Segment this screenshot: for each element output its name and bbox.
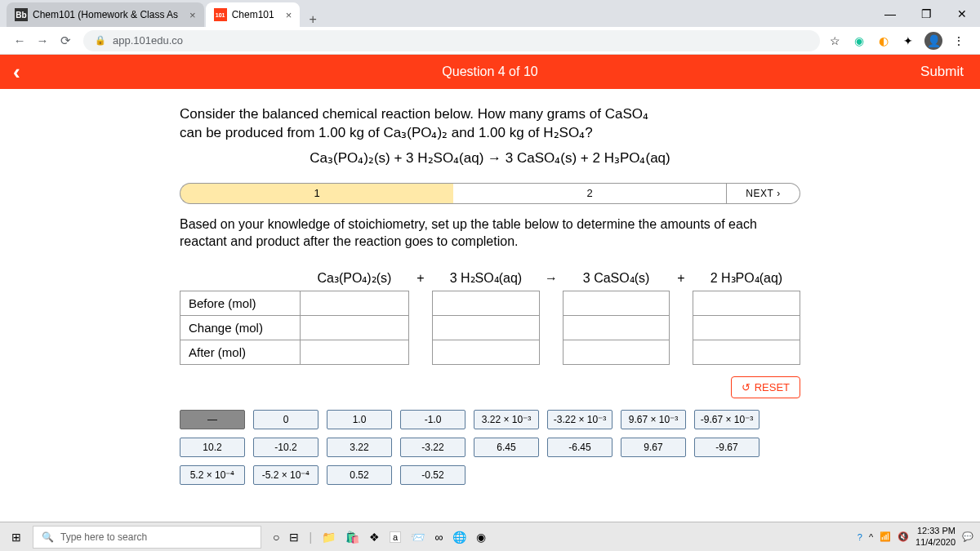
edge-icon[interactable]: 🌐	[452, 531, 466, 544]
tile[interactable]: 1.0	[327, 410, 392, 429]
app-icon[interactable]: a	[390, 531, 401, 543]
clock[interactable]: 12:33 PM 11/4/2020	[915, 526, 956, 547]
drop-target[interactable]	[693, 291, 800, 316]
tile[interactable]: -10.2	[253, 438, 318, 457]
tile[interactable]: -3.22 × 10⁻³	[547, 410, 612, 429]
mail-icon[interactable]: 📨	[411, 531, 425, 544]
tile[interactable]: 0.52	[327, 465, 392, 485]
browser-tab-bb[interactable]: Bb Chem101 (Homework & Class As ×	[7, 2, 204, 27]
tile[interactable]: 10.2	[180, 438, 245, 457]
back-chevron-icon[interactable]: ‹	[13, 60, 20, 85]
wifi-icon[interactable]: 📶	[880, 531, 891, 542]
tab-title: Chem101 (Homework & Class As	[33, 9, 178, 20]
dropbox-icon[interactable]: ❖	[369, 531, 380, 544]
tile[interactable]: -3.22	[400, 438, 466, 457]
drop-target[interactable]	[432, 340, 539, 365]
tile[interactable]: 0	[253, 410, 318, 429]
volume-icon[interactable]: 🔇	[898, 531, 909, 542]
divider: |	[309, 531, 312, 544]
puzzle-icon[interactable]: ✦	[900, 34, 916, 47]
close-icon[interactable]: ×	[286, 9, 292, 21]
tile[interactable]: 3.22 × 10⁻³	[474, 410, 539, 429]
file-explorer-icon[interactable]: 📁	[322, 531, 336, 544]
notifications-icon[interactable]: 💬	[962, 531, 973, 542]
drop-target[interactable]	[432, 291, 539, 316]
col-header: 3 H₂SO₄(aq)	[432, 265, 539, 291]
tile[interactable]: 6.45	[474, 438, 539, 457]
tile[interactable]: 9.67 × 10⁻³	[621, 410, 686, 429]
search-icon: 🔍	[42, 531, 54, 543]
tile[interactable]: -9.67 × 10⁻³	[694, 410, 760, 429]
windows-taskbar: ⊞ 🔍 Type here to search ○ ⊟ | 📁 🛍️ ❖ a 📨…	[0, 522, 980, 551]
minimize-button[interactable]: —	[872, 7, 908, 20]
col-header: 3 CaSO₄(s)	[564, 265, 670, 291]
store-icon[interactable]: 🛍️	[345, 531, 359, 544]
row-label: Before (mol)	[180, 291, 301, 316]
col-header: 2 H₃PO₄(aq)	[693, 265, 800, 291]
bb-icon: Bb	[15, 8, 28, 21]
chevron-right-icon: ›	[777, 188, 781, 199]
step-instructions: Based on your knowledge of stoichiometry…	[180, 216, 800, 251]
next-button[interactable]: NEXT ›	[727, 183, 800, 204]
profile-icon[interactable]: 👤	[924, 32, 942, 50]
back-button[interactable]: ←	[8, 33, 31, 47]
taskbar-search[interactable]: 🔍 Type here to search	[33, 526, 261, 549]
tile[interactable]: -9.67	[694, 438, 760, 457]
drop-target[interactable]	[564, 291, 670, 316]
reset-button[interactable]: ↺ RESET	[731, 376, 800, 398]
close-window-button[interactable]: ✕	[944, 7, 980, 20]
drop-target[interactable]	[300, 291, 409, 316]
drop-target[interactable]	[300, 340, 409, 365]
url-text: app.101edu.co	[113, 34, 183, 47]
lock-icon: 🔒	[95, 35, 106, 46]
col-header: Ca₃(PO₄)₂(s)	[300, 265, 409, 291]
tile[interactable]: 9.67	[621, 438, 686, 457]
chevron-up-icon[interactable]: ^	[869, 532, 873, 542]
tile[interactable]: 5.2 × 10⁻⁴	[180, 465, 245, 485]
step-1[interactable]: 1	[180, 183, 453, 204]
tile[interactable]: -6.45	[547, 438, 612, 457]
ice-table: Ca₃(PO₄)₂(s) + 3 H₂SO₄(aq) → 3 CaSO₄(s) …	[180, 265, 800, 365]
row-label: Change (mol)	[180, 316, 301, 340]
help-icon[interactable]: ?	[858, 532, 862, 542]
menu-icon[interactable]: ⋮	[951, 34, 967, 47]
drop-target[interactable]	[564, 340, 670, 365]
tab-title: Chem101	[232, 9, 274, 20]
close-icon[interactable]: ×	[189, 9, 196, 21]
chrome-icon[interactable]: ◉	[476, 531, 486, 544]
row-label: After (mol)	[180, 340, 301, 365]
task-view-icon[interactable]: ⊟	[289, 531, 299, 544]
grammarly-icon[interactable]: ◉	[851, 34, 867, 47]
drop-target[interactable]	[432, 316, 539, 340]
maximize-button[interactable]: ❐	[908, 7, 944, 20]
question-text: Consider the balanced chemical reaction …	[180, 105, 800, 143]
question-counter: Question 4 of 10	[442, 64, 537, 79]
step-2[interactable]: 2	[453, 183, 727, 204]
tile[interactable]: 3.22	[327, 438, 392, 457]
tile[interactable]: -1.0	[400, 410, 466, 429]
drop-target[interactable]	[693, 340, 800, 365]
chemical-equation: Ca₃(PO₄)₂(s) + 3 H₂SO₄(aq) → 3 CaSO₄(s) …	[180, 149, 800, 167]
infinity-icon[interactable]: ∞	[434, 531, 443, 544]
reload-button[interactable]: ⟳	[54, 33, 77, 48]
browser-tab-chem101[interactable]: 101 Chem101 ×	[206, 2, 301, 27]
tile[interactable]: —	[180, 410, 245, 429]
extension-icon[interactable]: ◐	[875, 34, 892, 47]
app-header: ‹ Question 4 of 10 Submit	[0, 55, 980, 89]
drop-target[interactable]	[693, 316, 800, 340]
drop-target[interactable]	[564, 316, 670, 340]
star-icon[interactable]: ☆	[826, 34, 843, 47]
cortana-icon[interactable]: ○	[273, 531, 279, 544]
tile[interactable]: -5.2 × 10⁻⁴	[253, 465, 318, 485]
reset-icon: ↺	[742, 381, 751, 393]
answer-tiles: — 0 1.0 -1.0 3.22 × 10⁻³ -3.22 × 10⁻³ 9.…	[180, 410, 800, 485]
submit-button[interactable]: Submit	[920, 64, 964, 80]
chem101-icon: 101	[214, 8, 227, 21]
drop-target[interactable]	[300, 316, 409, 340]
forward-button[interactable]: →	[31, 33, 54, 47]
new-tab-button[interactable]: +	[301, 12, 324, 27]
address-bar[interactable]: 🔒 app.101edu.co	[83, 30, 820, 51]
start-button[interactable]: ⊞	[0, 531, 33, 544]
tile[interactable]: -0.52	[400, 465, 466, 485]
